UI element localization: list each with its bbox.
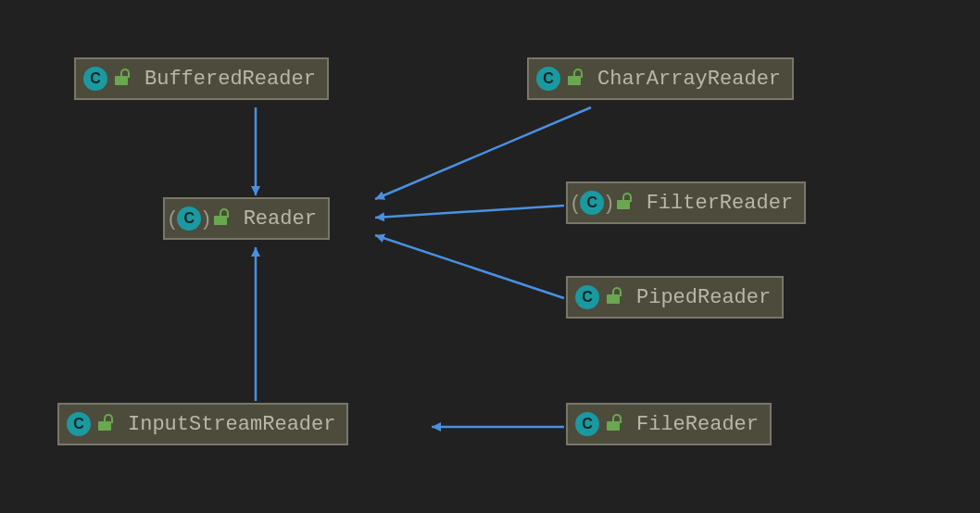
paren-right-icon: ) <box>606 191 612 215</box>
class-node-filterreader[interactable]: ( C ) FilterReader <box>566 181 806 224</box>
class-icon: C <box>536 67 560 91</box>
unlock-icon <box>607 418 620 431</box>
edge-chararrayreader-to-reader <box>375 107 591 199</box>
class-icon: C <box>67 412 91 436</box>
class-icon: C <box>177 206 201 231</box>
paren-left-icon: ( <box>572 191 578 215</box>
class-label: CharArrayReader <box>597 68 781 91</box>
unlock-icon <box>607 291 620 304</box>
class-diagram-canvas: C BufferedReader C CharArrayReader ( C )… <box>0 0 980 513</box>
class-node-filereader[interactable]: C FileReader <box>566 403 772 445</box>
class-icon: C <box>575 412 599 436</box>
class-label: FilterReader <box>647 192 793 215</box>
unlock-icon <box>617 196 630 209</box>
class-node-chararrayreader[interactable]: C CharArrayReader <box>527 57 794 100</box>
class-label: BufferedReader <box>144 68 316 91</box>
unlock-icon <box>568 72 581 85</box>
class-node-pipedreader[interactable]: C PipedReader <box>566 276 784 319</box>
class-node-bufferedreader[interactable]: C BufferedReader <box>74 57 329 100</box>
class-icon: C <box>83 67 107 91</box>
paren-left-icon: ( <box>169 206 175 231</box>
unlock-icon <box>98 418 111 431</box>
paren-right-icon: ) <box>203 206 209 231</box>
class-node-reader[interactable]: ( C ) Reader <box>163 197 330 240</box>
class-label: PipedReader <box>636 286 771 309</box>
unlock-icon <box>115 72 128 85</box>
edge-filterreader-to-reader <box>375 206 564 218</box>
class-icon: C <box>580 191 604 215</box>
class-label: Reader <box>244 207 317 231</box>
unlock-icon <box>214 212 227 225</box>
class-icon: C <box>575 285 599 309</box>
edge-pipedreader-to-reader <box>375 235 564 298</box>
class-label: FileReader <box>636 413 759 436</box>
class-node-inputstreamreader[interactable]: C InputStreamReader <box>57 403 348 445</box>
class-label: InputStreamReader <box>128 413 335 436</box>
